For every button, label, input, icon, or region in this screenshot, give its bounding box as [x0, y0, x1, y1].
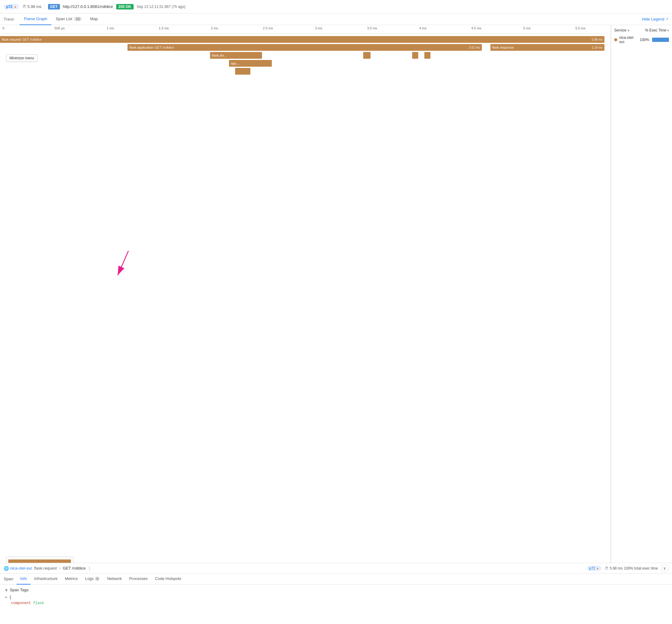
tab-flame-graph-label: Flame Graph — [24, 17, 47, 21]
breadcrumb-service-name: nica-otel-svc — [10, 566, 32, 570]
span-tabs: Span: Info Infrastructure Metrics Logs 0… — [0, 574, 672, 584]
span-list-badge: 10 — [74, 17, 81, 21]
duration-display: ⏱ 5.98 ms — [22, 4, 42, 9]
legend-service-label: Service ▾ — [614, 28, 629, 32]
tick-1-5ms: 1.5 ms — [159, 26, 169, 30]
exec-time-display: ⏱ 5.98 ms 100% total exec time — [605, 566, 658, 570]
tab-infrastructure[interactable]: Infrastructure — [31, 574, 61, 584]
tab-network[interactable]: Network — [103, 574, 125, 584]
exec-time-label: % Exec Time ▾ — [645, 28, 669, 32]
bottom-panel-header: 🌐 nica-otel-svc flask.request > GET /rol… — [0, 563, 672, 574]
span-tags-header[interactable]: ∨ Span Tags — [5, 588, 667, 592]
minimize-menu-button[interactable]: Minimize menu — [6, 54, 37, 62]
span-tags-title: Span Tags — [10, 588, 28, 592]
span-label-text: Span: — [4, 577, 14, 581]
main-content: 0 500 μs 1 ms 1.5 ms 2 ms 2.5 ms 3 ms 3.… — [0, 25, 672, 610]
timestamp: Sep 13 12:11:51.967 (7h ago) — [137, 5, 185, 9]
tab-flame-graph[interactable]: Flame Graph — [20, 14, 51, 25]
breadcrumb: 🌐 nica-otel-svc flask.request > GET /rol… — [4, 566, 91, 571]
tab-infrastructure-label: Infrastructure — [34, 576, 58, 581]
collapse-button[interactable]: ∨ — [661, 565, 668, 571]
tick-500us: 500 μs — [54, 26, 64, 30]
span-small-3[interactable] — [424, 52, 430, 59]
code-key-component: component — [11, 601, 31, 605]
timeline-ruler: 0 500 μs 1 ms 1.5 ms 2 ms 2.5 ms 3 ms 3.… — [2, 25, 608, 34]
divider — [45, 4, 45, 10]
warning-icon: ▲ — [14, 5, 17, 8]
breadcrumb-service: 🌐 nica-otel-svc — [4, 566, 32, 571]
span-flask-response[interactable]: flask.response 1.18 ms — [490, 44, 604, 51]
globe-icon: 🌐 — [4, 566, 9, 571]
span-time: 3.51 ms — [469, 46, 480, 49]
exec-time-value: 5.98 ms — [610, 566, 623, 570]
legend-header: Service ▾ % Exec Time ▾ — [614, 28, 669, 32]
tab-info[interactable]: Info — [17, 574, 31, 584]
service-label-text: Service — [614, 28, 626, 32]
span-route: GET /rolldice — [155, 46, 174, 49]
exec-time-dropdown-icon[interactable]: ▾ — [667, 29, 669, 32]
tick-1ms: 1 ms — [107, 26, 114, 30]
breadcrumb-route: GET /rolldice — [63, 566, 86, 570]
tab-map[interactable]: Map — [86, 14, 102, 25]
tab-map-label: Map — [90, 17, 98, 21]
span-label: flask.response — [492, 46, 514, 49]
code-line-component: component flask — [5, 600, 667, 606]
nav-bar: Trace: Flame Graph Span List 10 Map Hide… — [0, 14, 672, 25]
service-dropdown-icon[interactable]: ▾ — [628, 29, 629, 32]
tab-processes[interactable]: Processes — [125, 574, 151, 584]
legend-bar — [652, 37, 669, 42]
status-badge: 200 OK — [116, 4, 134, 9]
minimize-menu-label: Minimize menu — [9, 56, 34, 60]
http-method-badge: GET — [48, 4, 60, 9]
trace-id-badge: p72 ▲ — [4, 4, 19, 9]
tab-logs-label: Logs — [85, 576, 93, 581]
tab-metrics[interactable]: Metrics — [61, 574, 81, 584]
tab-info-label: Info — [20, 576, 27, 581]
span-small-2[interactable] — [412, 52, 418, 59]
code-block: ▪ { component flask — [5, 595, 667, 606]
span-app-sub[interactable] — [235, 68, 250, 75]
hide-legend-button[interactable]: Hide Legend ↗ — [642, 17, 668, 21]
hide-legend-label: Hide Legend — [642, 17, 664, 21]
tab-code-hotspots-label: Code Hotspots — [155, 576, 181, 581]
p72-label: p72 — [589, 566, 595, 570]
span-time: 5.98 ms — [592, 38, 602, 41]
span-label: flask.request — [2, 37, 21, 41]
duration-value: 5.98 ms — [28, 4, 42, 9]
bottom-right: p72 ▲ ⏱ 5.98 ms 100% total exec time ∨ — [587, 565, 668, 571]
request-url: http://127.0.0.1:8081/rolldice — [63, 4, 113, 9]
span-flask-request[interactable]: flask.request GET /rolldice 5.98 ms — [0, 36, 604, 43]
span-small-1[interactable] — [363, 52, 371, 59]
span-flask-dis[interactable]: flask.dis... — [210, 52, 262, 59]
legend-panel: Service ▾ % Exec Time ▾ nica-otel-svc 10… — [611, 25, 672, 610]
breadcrumb-more-button[interactable]: ⋮ — [87, 566, 91, 570]
span-label: flask.application — [129, 46, 153, 49]
tick-2ms: 2 ms — [211, 26, 218, 30]
span-flask-application[interactable]: flask.application GET /rolldice 3.51 ms — [128, 44, 482, 51]
top-bar: p72 ▲ ⏱ 5.98 ms GET http://127.0.0.1:808… — [0, 0, 672, 14]
logs-badge: 0 — [95, 577, 100, 581]
bottom-panel: 🌐 nica-otel-svc flask.request > GET /rol… — [0, 563, 672, 610]
tab-processes-label: Processes — [129, 576, 148, 581]
tab-code-hotspots[interactable]: Code Hotspots — [151, 574, 185, 584]
clock-icon: ⏱ — [22, 4, 26, 9]
trace-id: p72 — [6, 5, 12, 9]
code-line-brace: ▪ { — [5, 595, 667, 600]
tab-span-list-label: Span List — [56, 17, 72, 21]
span-label: flask.dis... — [212, 54, 227, 57]
breadcrumb-separator: > — [59, 566, 61, 570]
flame-container: flask.request GET /rolldice 5.98 ms flas… — [0, 34, 611, 610]
tick-4-5ms: 4.5 ms — [471, 26, 481, 30]
flame-graph-area: 0 500 μs 1 ms 1.5 ms 2 ms 2.5 ms 3 ms 3.… — [0, 25, 611, 610]
tab-logs[interactable]: Logs 0 — [81, 574, 103, 584]
tab-span-list[interactable]: Span List 10 — [51, 14, 86, 25]
span-app[interactable]: app.... — [229, 60, 272, 67]
tick-0: 0 — [2, 26, 4, 30]
tick-5ms: 5 ms — [523, 26, 531, 30]
tick-4ms: 4 ms — [419, 26, 427, 30]
code-val-flask: flask — [33, 601, 44, 605]
p72-triangle-icon: ▲ — [596, 567, 599, 570]
external-link-icon: ↗ — [666, 17, 668, 21]
trace-label: Trace: — [4, 17, 15, 21]
legend-item: nica-otel-svc 100% — [614, 35, 669, 44]
